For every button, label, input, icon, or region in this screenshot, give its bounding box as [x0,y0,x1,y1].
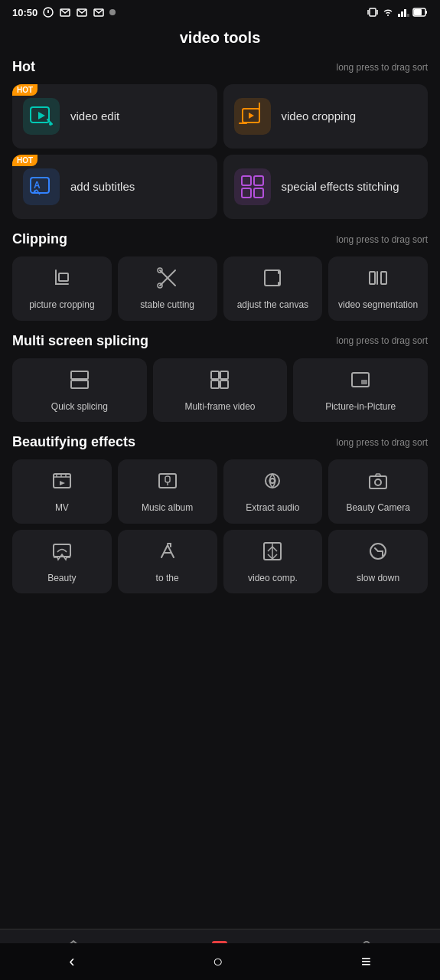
svg-point-19 [49,122,52,126]
svg-point-57 [266,474,279,488]
beautify-section-title: Beautifying effects [12,434,135,450]
wifi-icon [382,6,394,18]
svg-rect-47 [220,381,228,388]
tool-card-mv[interactable]: MV [12,459,112,524]
signal-icon [397,6,409,18]
pip-label: Picture-in-Picture [325,401,396,413]
hot-section-header: Hot long press to drag sort [12,59,428,75]
dot-indicator [109,9,116,15]
special-effects-label: special effects stitching [282,179,399,194]
multi-frame-label: Multi-frame video [184,401,255,413]
battery-icon [412,6,428,18]
svg-rect-33 [59,273,68,281]
tool-card-beauty-camera[interactable]: Beauty Camera [328,459,428,524]
beautify-section: Beautifying effects long press to drag s… [0,434,440,606]
hot-grid: HOT video edit video cropping HOT A ad [12,84,428,219]
adjust-canvas-icon [262,267,283,292]
tool-card-to-the[interactable]: to the [118,530,217,594]
special-effects-icon [234,168,271,205]
video-segmentation-label: video segmentation [338,299,418,312]
tool-card-picture-cropping[interactable]: picture cropping [12,256,112,321]
picture-cropping-icon [51,267,73,292]
beauty-label: Beauty [47,573,76,585]
video-comp-label: video comp. [248,573,298,585]
svg-rect-43 [71,381,88,388]
slow-down-label: slow down [357,573,399,585]
tool-card-stable-cutting[interactable]: stable cutting [118,256,217,321]
to-the-label: to the [156,573,179,585]
hot-section: Hot long press to drag sort HOT video ed… [0,59,440,231]
beauty-camera-icon [367,470,389,495]
beautify-section-hint: long press to drag sort [337,437,428,448]
quick-splicing-icon [69,369,90,394]
tool-card-beauty[interactable]: Beauty [12,530,112,594]
hot-card-video-cropping[interactable]: video cropping [223,84,429,149]
alarm-icon [42,6,54,18]
hot-section-hint: long press to drag sort [337,62,428,73]
hot-card-video-edit[interactable]: HOT video edit [12,84,217,149]
time: 10:50 [12,7,37,18]
tool-card-video-segmentation[interactable]: video segmentation [328,256,428,321]
add-subtitles-icon: A [23,168,60,205]
video-cropping-icon [234,98,271,135]
hot-badge-add-subtitles: HOT [12,155,37,166]
tool-card-pip[interactable]: Picture-in-Picture [293,358,428,423]
pip-icon [350,369,371,394]
video-edit-icon [23,98,60,135]
multi-splice-header: Multi screen splicing long press to drag… [12,333,428,349]
svg-rect-46 [211,381,219,388]
video-comp-icon [262,541,283,565]
video-segmentation-icon [367,267,389,292]
mail3-icon [93,6,105,18]
tool-card-extract-audio[interactable]: Extract audio [223,459,323,524]
quick-splicing-label: Quick splicing [51,401,108,413]
android-bar: ‹ ○ ≡ [0,943,440,980]
svg-rect-42 [71,371,88,379]
tool-card-music-album[interactable]: Music album [118,459,217,524]
tool-card-multi-frame[interactable]: Multi-frame video [153,358,288,423]
menu-button[interactable]: ≡ [361,952,371,972]
svg-rect-10 [401,11,403,17]
svg-rect-49 [361,380,367,384]
beauty-camera-label: Beauty Camera [346,502,409,514]
clipping-section: Clipping long press to drag sort picture… [0,231,440,333]
vibrate-icon [367,6,379,18]
svg-rect-14 [425,11,427,14]
multi-splice-hint: long press to drag sort [337,335,428,346]
hot-card-special-effects[interactable]: special effects stitching [223,155,429,219]
svg-rect-6 [370,8,376,16]
svg-rect-11 [404,9,406,17]
tool-card-slow-down[interactable]: slow down [328,530,428,594]
hot-badge-video-edit: HOT [12,84,37,96]
svg-rect-44 [211,371,219,379]
music-album-icon [157,470,178,495]
extract-audio-icon [262,470,283,495]
svg-rect-29 [242,176,251,185]
stable-cutting-label: stable cutting [140,299,194,312]
back-button[interactable]: ‹ [69,952,74,972]
mail-icon [59,6,71,18]
tool-card-adjust-canvas[interactable]: adjust the canvas [223,256,323,321]
to-the-icon [157,541,178,565]
svg-point-58 [270,479,275,483]
tool-card-video-comp[interactable]: video comp. [223,530,323,594]
hot-section-title: Hot [12,59,35,75]
svg-marker-17 [38,112,45,119]
beauty-grid: MV Music album Extract audio [12,459,428,593]
svg-point-60 [375,479,381,485]
video-cropping-label: video cropping [282,109,357,124]
page-title: video tools [0,21,440,59]
clip-grid: picture cropping stable cutting adjust t… [12,256,428,321]
beautify-section-header: Beautifying effects long press to drag s… [12,434,428,450]
svg-marker-21 [249,113,254,119]
clipping-section-title: Clipping [12,231,67,247]
svg-text:A: A [34,180,41,191]
mv-label: MV [55,502,69,514]
tool-card-quick-splicing[interactable]: Quick splicing [12,358,147,423]
hot-card-add-subtitles[interactable]: HOT A add subtitles [12,155,217,219]
svg-rect-9 [398,14,400,17]
music-album-label: Music album [142,502,193,514]
slow-down-icon [367,541,389,565]
home-button[interactable]: ○ [213,952,223,972]
extract-audio-label: Extract audio [246,502,299,514]
